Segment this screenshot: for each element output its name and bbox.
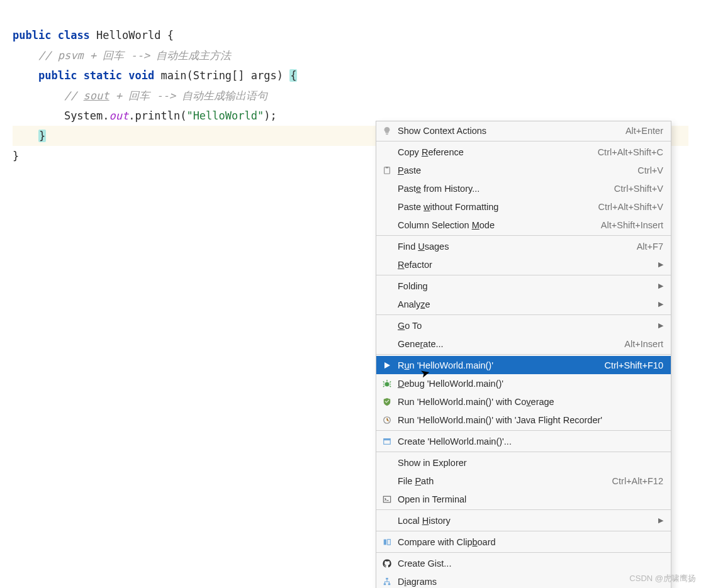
menu-item-label: File Path xyxy=(398,476,602,486)
debug-icon xyxy=(380,379,394,388)
menu-item[interactable]: Folding▶ xyxy=(376,277,671,295)
menu-item-label: Generate... xyxy=(398,339,614,349)
menu-item[interactable]: Diagrams xyxy=(376,572,671,588)
submenu-arrow-icon: ▶ xyxy=(654,260,663,269)
menu-item[interactable]: Copy ReferenceCtrl+Alt+Shift+C xyxy=(376,143,671,161)
menu-item-shortcut: Ctrl+Alt+Shift+C xyxy=(598,147,663,157)
svg-rect-9 xyxy=(388,539,390,545)
menu-item[interactable]: Create 'HelloWorld.main()'... xyxy=(376,432,671,450)
code-line: System.out.println("HelloWorld"); xyxy=(13,109,277,122)
menu-item[interactable]: Find UsagesAlt+F7 xyxy=(376,237,671,255)
compare-icon xyxy=(380,538,394,546)
menu-separator xyxy=(376,235,671,236)
menu-item-label: Folding xyxy=(398,281,654,291)
svg-point-3 xyxy=(385,382,390,386)
menu-separator xyxy=(376,275,671,275)
svg-rect-7 xyxy=(383,496,390,502)
svg-rect-6 xyxy=(384,438,391,440)
watermark: CSDN @虎啸鹰扬 xyxy=(629,573,696,584)
menu-item[interactable]: Run 'HelloWorld.main()' with Coverage xyxy=(376,392,671,411)
run-icon xyxy=(380,362,394,369)
menu-item-label: Run 'HelloWorld.main()' with Coverage xyxy=(398,397,663,407)
coverage-icon xyxy=(380,397,394,406)
bulb-icon xyxy=(380,126,394,135)
code-line: public static void main(String[] args) { xyxy=(13,69,297,82)
github-icon xyxy=(380,559,394,568)
menu-item-shortcut: Ctrl+Alt+Shift+V xyxy=(598,202,663,212)
svg-rect-2 xyxy=(386,166,388,168)
submenu-arrow-icon: ▶ xyxy=(654,282,663,290)
jfr-icon xyxy=(380,416,394,424)
menu-item-label: Find Usages xyxy=(398,241,627,252)
svg-rect-8 xyxy=(384,539,386,545)
menu-separator xyxy=(376,531,671,531)
menu-item[interactable]: Show Context ActionsAlt+Enter xyxy=(376,121,671,140)
menu-item[interactable]: Column Selection ModeAlt+Shift+Insert xyxy=(376,216,671,234)
menu-item[interactable]: Open in Terminal xyxy=(376,490,671,508)
menu-item-label: Paste without Formatting xyxy=(398,202,588,212)
menu-item[interactable]: Show in Explorer xyxy=(376,453,671,472)
svg-rect-10 xyxy=(386,577,388,579)
menu-item-label: Run 'HelloWorld.main()' xyxy=(398,360,595,370)
menu-item-shortcut: Ctrl+V xyxy=(637,165,663,175)
menu-item-shortcut: Alt+F7 xyxy=(637,241,663,252)
menu-item[interactable]: Create Gist... xyxy=(376,554,671,572)
menu-item-label: Paste xyxy=(398,165,627,175)
svg-rect-0 xyxy=(386,133,388,135)
menu-item-label: Diagrams xyxy=(398,577,663,587)
menu-item-label: Run 'HelloWorld.main()' with 'Java Fligh… xyxy=(398,415,663,425)
code-line: // psvm + 回车 --> 自动生成主方法 xyxy=(13,49,231,62)
menu-item[interactable]: Generate...Alt+Insert xyxy=(376,335,671,353)
menu-item-label: Copy Reference xyxy=(398,147,588,157)
menu-item-label: Show Context Actions xyxy=(398,126,615,136)
menu-item-label: Paste from History... xyxy=(398,184,604,194)
context-menu[interactable]: Show Context ActionsAlt+EnterCopy Refere… xyxy=(376,121,671,588)
code-line: public class HelloWorld { xyxy=(13,29,174,42)
paste-icon xyxy=(380,166,394,175)
menu-item-label: Create Gist... xyxy=(398,558,663,569)
menu-item[interactable]: File PathCtrl+Alt+F12 xyxy=(376,472,671,490)
create-icon xyxy=(380,437,394,446)
submenu-arrow-icon: ▶ xyxy=(654,321,663,330)
menu-separator xyxy=(376,452,671,452)
submenu-arrow-icon: ▶ xyxy=(654,300,663,308)
code-line: } xyxy=(13,150,19,162)
menu-separator xyxy=(376,430,671,431)
menu-item[interactable]: Analyze▶ xyxy=(376,295,671,313)
terminal-icon xyxy=(380,495,394,504)
menu-item-label: Local History xyxy=(398,516,654,526)
menu-item-shortcut: Alt+Enter xyxy=(625,126,663,136)
menu-item-shortcut: Ctrl+Alt+F12 xyxy=(612,476,663,486)
menu-item[interactable]: Paste from History...Ctrl+Shift+V xyxy=(376,179,671,197)
menu-separator xyxy=(376,509,671,510)
menu-separator xyxy=(376,141,671,141)
menu-item-shortcut: Ctrl+Shift+F10 xyxy=(605,360,664,370)
menu-item[interactable]: Paste without FormattingCtrl+Alt+Shift+V xyxy=(376,197,671,216)
menu-item-label: Column Selection Mode xyxy=(398,220,591,230)
menu-item-label: Open in Terminal xyxy=(398,494,663,504)
menu-item[interactable]: Debug 'HelloWorld.main()' xyxy=(376,374,671,392)
menu-item-label: Analyze xyxy=(398,299,654,309)
menu-item-label: Show in Explorer xyxy=(398,458,663,468)
menu-item-label: Refactor xyxy=(398,260,654,270)
menu-item[interactable]: PasteCtrl+V xyxy=(376,161,671,179)
menu-item-label: Create 'HelloWorld.main()'... xyxy=(398,436,663,447)
menu-item-shortcut: Ctrl+Shift+V xyxy=(614,184,663,194)
menu-item[interactable]: Run 'HelloWorld.main()'Ctrl+Shift+F10 xyxy=(376,356,671,374)
menu-item[interactable]: Compare with Clipboard xyxy=(376,533,671,551)
menu-item[interactable]: Go To▶ xyxy=(376,316,671,335)
menu-item[interactable]: Local History▶ xyxy=(376,511,671,530)
code-line: // sout + 回车 --> 自动生成输出语句 xyxy=(13,89,267,102)
menu-item-shortcut: Alt+Shift+Insert xyxy=(601,220,663,230)
menu-item-label: Compare with Clipboard xyxy=(398,537,663,547)
menu-item[interactable]: Refactor▶ xyxy=(376,255,671,274)
diagram-icon xyxy=(380,577,394,586)
menu-item-label: Debug 'HelloWorld.main()' xyxy=(398,379,663,389)
svg-rect-12 xyxy=(388,583,391,585)
svg-rect-11 xyxy=(384,583,386,585)
submenu-arrow-icon: ▶ xyxy=(654,516,663,524)
menu-item-label: Go To xyxy=(398,321,654,331)
menu-item-shortcut: Alt+Insert xyxy=(624,339,663,349)
menu-separator xyxy=(376,552,671,553)
menu-item[interactable]: Run 'HelloWorld.main()' with 'Java Fligh… xyxy=(376,411,671,429)
